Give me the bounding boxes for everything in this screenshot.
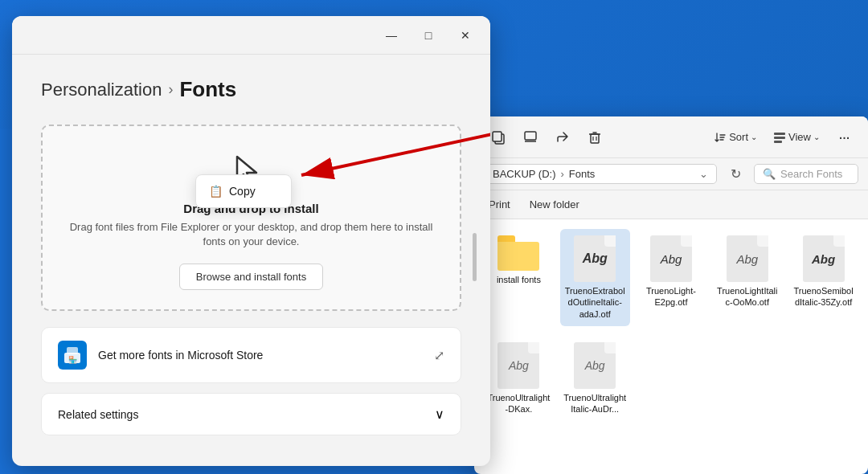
- sort-label: Sort: [729, 131, 748, 143]
- font-icon: Abg: [497, 342, 539, 389]
- font-icon: Abg: [574, 342, 616, 389]
- svg-rect-4: [67, 347, 78, 354]
- file-name: install fonts: [497, 274, 541, 285]
- file-name: TruenoSemiboldItalic-35Zy.otf: [792, 285, 855, 309]
- settings-scrollbar[interactable]: [473, 233, 477, 281]
- more-options-button[interactable]: ···: [829, 123, 858, 152]
- drop-zone[interactable]: Drag and drop to install Drag font files…: [41, 125, 461, 311]
- file-name: TruenoLightItalic-OoMo.otf: [715, 285, 779, 309]
- rename-toolbar-button[interactable]: [516, 123, 545, 152]
- sort-button[interactable]: Sort ⌄: [707, 128, 764, 147]
- store-label: Get more fonts in Microsoft Store: [98, 349, 423, 362]
- view-label: View: [788, 131, 811, 143]
- minimize-button[interactable]: —: [373, 22, 410, 48]
- list-item[interactable]: Abg TruenoLightItalic-OoMo.otf: [712, 229, 782, 326]
- svg-rect-19: [774, 137, 785, 139]
- refresh-button[interactable]: ↻: [723, 162, 747, 186]
- svg-rect-8: [525, 132, 536, 140]
- chevron-down-icon: ∨: [435, 407, 444, 422]
- sort-chevron-icon: ⌄: [751, 133, 757, 141]
- drop-subtitle: Drag font files from File Explorer or yo…: [59, 220, 444, 249]
- font-icon: Abg: [727, 235, 768, 282]
- new-folder-button[interactable]: New folder: [525, 195, 584, 214]
- folder-icon: [497, 235, 539, 271]
- titlebar: — □ ✕: [12, 16, 490, 55]
- search-box[interactable]: 🔍 Search Fonts: [754, 164, 858, 184]
- browse-button[interactable]: Browse and install fonts: [179, 264, 323, 290]
- address-folder: Fonts: [569, 168, 596, 180]
- breadcrumb-current: Fonts: [179, 77, 236, 102]
- font-icon: Abg: [574, 235, 616, 282]
- store-link[interactable]: 🏪 Get more fonts in Microsoft Store ⤢: [41, 327, 461, 383]
- external-link-icon: ⤢: [434, 348, 444, 363]
- context-menu: 📋 Copy: [195, 174, 292, 208]
- address-chevron-icon[interactable]: ⌄: [699, 168, 708, 180]
- file-name: TruenoExtraboldOutlineItalic-adaJ.otf: [563, 285, 627, 320]
- maximize-button[interactable]: □: [410, 22, 447, 48]
- copy-label: Copy: [229, 185, 256, 198]
- view-chevron-icon: ⌄: [813, 133, 820, 141]
- address-sep: ›: [561, 168, 564, 180]
- breadcrumb-parent[interactable]: Personalization: [41, 80, 162, 100]
- copy-menu-item[interactable]: 📋 Copy: [196, 178, 291, 204]
- file-grid-row2: Abg TruenoUltralight-DKax. Abg TruenoUlt…: [474, 336, 868, 422]
- address-path[interactable]: BACKUP (D:) › Fonts ⌄: [484, 164, 717, 184]
- share-toolbar-button[interactable]: [548, 123, 577, 152]
- font-icon: Abg: [650, 235, 692, 282]
- svg-text:🏪: 🏪: [68, 355, 78, 364]
- explorer-toolbar: Sort ⌄ View ⌄ ···: [474, 116, 868, 158]
- address-drive: BACKUP (D:): [493, 168, 556, 180]
- copy-icon: 📋: [209, 185, 223, 198]
- font-icon: Abg: [803, 235, 845, 282]
- titlebar-buttons: — □ ✕: [373, 22, 484, 48]
- file-name: TruenoLight-E2pg.otf: [640, 285, 703, 309]
- list-item[interactable]: Abg TruenoUltralightItalic-AuDr...: [560, 336, 630, 422]
- close-button[interactable]: ✕: [447, 22, 484, 48]
- list-item[interactable]: Abg TruenoExtraboldOutlineItalic-adaJ.ot…: [560, 229, 630, 326]
- settings-window: — □ ✕ Personalization › Fonts Drag and d…: [12, 16, 490, 466]
- breadcrumb: Personalization › Fonts: [41, 77, 461, 102]
- explorer-subbar: Print New folder: [474, 190, 868, 219]
- explorer-addressbar: BACKUP (D:) › Fonts ⌄ ↻ 🔍 Search Fonts: [474, 158, 868, 190]
- svg-rect-7: [493, 132, 502, 141]
- related-label: Related settings: [58, 408, 138, 421]
- svg-rect-20: [774, 141, 782, 143]
- view-button[interactable]: View ⌄: [767, 128, 826, 147]
- delete-toolbar-button[interactable]: [580, 123, 609, 152]
- file-name: TruenoUltralightItalic-AuDr...: [563, 392, 627, 415]
- breadcrumb-separator: ›: [168, 81, 173, 98]
- search-icon: 🔍: [763, 168, 776, 180]
- list-item[interactable]: Abg TruenoLight-E2pg.otf: [637, 229, 706, 326]
- file-grid-row1: install fonts Abg TruenoExtraboldOutline…: [474, 219, 868, 336]
- list-item[interactable]: install fonts: [484, 229, 554, 326]
- search-placeholder: Search Fonts: [780, 168, 842, 180]
- store-icon: 🏪: [58, 341, 87, 370]
- related-settings[interactable]: Related settings ∨: [41, 393, 461, 435]
- file-name: TruenoUltralight-DKax.: [487, 392, 551, 415]
- svg-rect-18: [774, 133, 785, 135]
- settings-content: Personalization › Fonts Drag and drop to…: [12, 55, 490, 458]
- svg-rect-10: [591, 134, 599, 143]
- list-item[interactable]: Abg TruenoSemiboldItalic-35Zy.otf: [788, 229, 858, 326]
- list-item[interactable]: Abg TruenoUltralight-DKax.: [484, 336, 554, 422]
- explorer-window: Sort ⌄ View ⌄ ··· BACKUP (D:) › Fonts ⌄ …: [474, 116, 868, 474]
